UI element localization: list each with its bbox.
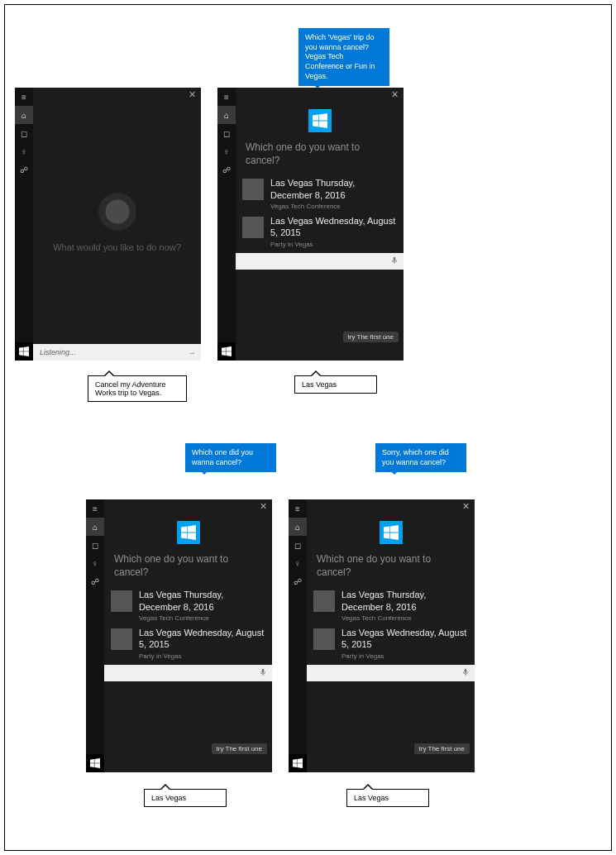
item-title: Las Vegas Thursday, December 8, 2016 [270, 177, 397, 201]
home-icon[interactable]: ⌂ [15, 106, 33, 124]
cortana-sidebar: ≡ ⌂ ◻ ♀ ☍ [15, 88, 33, 361]
windows-icon[interactable] [217, 342, 236, 361]
cortana-sidebar: ≡ ⌂ ◻ ♀ ☍ [217, 88, 236, 361]
close-icon[interactable]: ✕ [391, 90, 399, 99]
search-input[interactable] [312, 668, 456, 678]
user-speech-callout: Cancel my Adventure Works trip to Vegas. [88, 375, 187, 402]
menu-icon[interactable]: ≡ [86, 499, 104, 518]
item-thumb-icon [242, 179, 264, 200]
feedback-icon[interactable]: ☍ [15, 160, 33, 179]
close-icon[interactable]: ✕ [260, 502, 267, 511]
menu-icon[interactable]: ≡ [15, 88, 33, 106]
item-thumb-icon [111, 590, 132, 612]
item-subtitle: Party in Vegas [270, 241, 397, 248]
cortana-speech-bubble: Sorry, which one did you wanna cancel? [375, 443, 466, 472]
user-speech-callout: Las Vegas [144, 789, 227, 807]
microphone-icon[interactable] [390, 256, 399, 266]
app-logo-icon [380, 521, 403, 544]
item-thumb-icon [111, 628, 132, 650]
panel-content: ✕ Which one do you want to cancel? Las V… [236, 88, 404, 361]
result-list: Las Vegas Thursday, December 8, 2016 Veg… [236, 172, 404, 252]
suggestion-chip[interactable]: try The first one [343, 332, 399, 342]
app-logo-icon [177, 521, 200, 544]
disambiguation-question: Which one do you want to cancel? [104, 551, 272, 584]
search-bar[interactable]: → [33, 344, 201, 361]
list-item[interactable]: Las Vegas Wednesday, August 5, 2015Party… [313, 627, 468, 660]
home-icon[interactable]: ⌂ [86, 518, 104, 536]
list-item[interactable]: Las Vegas Wednesday, August 5, 2015 Part… [242, 215, 397, 248]
cortana-orb-icon [98, 193, 136, 231]
arrow-right-icon[interactable]: → [188, 348, 196, 357]
notebook-icon[interactable]: ◻ [15, 124, 33, 142]
item-subtitle: Party in Vegas [341, 652, 468, 660]
bulb-icon[interactable]: ♀ [217, 142, 236, 160]
user-speech-callout: Las Vegas [346, 789, 429, 807]
close-icon[interactable]: ✕ [462, 502, 470, 511]
search-bar[interactable] [104, 665, 272, 681]
item-title: Las Vegas Wednesday, August 5, 2015 [341, 627, 468, 651]
panel-row-2: ≡ ⌂ ◻ ♀ ☍ ✕ Which one do you want to can… [86, 499, 475, 772]
cortana-speech-bubble: Which 'Vegas' trip do you wanna cancel? … [298, 28, 389, 86]
cortana-panel-list: ≡ ⌂ ◻ ♀ ☍ ✕ Which one do you want to can… [86, 499, 272, 772]
user-speech-callout: Las Vegas [294, 375, 377, 394]
notebook-icon[interactable]: ◻ [86, 536, 104, 554]
search-bar[interactable] [236, 253, 404, 270]
suggestion-chip-wrap: try The first one [343, 332, 399, 342]
disambiguation-question: Which one do you want to cancel? [307, 551, 475, 584]
notebook-icon[interactable]: ◻ [289, 536, 307, 554]
search-input[interactable] [38, 347, 183, 357]
bulb-icon[interactable]: ♀ [289, 554, 307, 572]
item-subtitle: Party in Vegas [139, 652, 265, 660]
list-item[interactable]: Las Vegas Wednesday, August 5, 2015Party… [111, 627, 265, 660]
list-item[interactable]: Las Vegas Thursday, December 8, 2016 Veg… [242, 177, 397, 210]
result-list: Las Vegas Thursday, December 8, 2016Vega… [104, 584, 272, 664]
item-thumb-icon [313, 590, 335, 612]
panel-topbar: ✕ [33, 88, 201, 101]
cortana-panel-list: ≡ ⌂ ◻ ♀ ☍ ✕ Which one do you want to can… [217, 88, 404, 361]
list-item[interactable]: Las Vegas Thursday, December 8, 2016Vega… [111, 589, 265, 622]
bulb-icon[interactable]: ♀ [86, 554, 104, 572]
panel-topbar: ✕ [236, 88, 404, 101]
panel-content: ✕ Which one do you want to cancel? Las V… [104, 499, 272, 772]
item-thumb-icon [242, 217, 264, 238]
home-icon[interactable]: ⌂ [217, 106, 236, 124]
item-subtitle: Vegas Tech Conference [341, 614, 468, 622]
search-bar[interactable] [307, 665, 475, 681]
idle-center: What would you like to do now? [33, 101, 201, 344]
app-logo-icon [308, 109, 332, 132]
feedback-icon[interactable]: ☍ [217, 160, 236, 179]
item-subtitle: Vegas Tech Conference [270, 203, 397, 210]
notebook-icon[interactable]: ◻ [217, 124, 236, 142]
panel-content: ✕ What would you like to do now? → [33, 88, 201, 361]
close-icon[interactable]: ✕ [189, 90, 196, 99]
suggestion-chip[interactable]: try The first one [212, 743, 267, 754]
item-title: Las Vegas Wednesday, August 5, 2015 [270, 215, 397, 239]
suggestion-chip[interactable]: try The first one [414, 743, 470, 754]
item-title: Las Vegas Wednesday, August 5, 2015 [139, 627, 265, 651]
item-title: Las Vegas Thursday, December 8, 2016 [139, 589, 265, 613]
cortana-panel-idle: ≡ ⌂ ◻ ♀ ☍ ✕ What would you like to do no… [15, 88, 201, 361]
cortana-panel-list: ≡ ⌂ ◻ ♀ ☍ ✕ Which one do you want to can… [289, 499, 475, 772]
item-title: Las Vegas Thursday, December 8, 2016 [341, 589, 468, 613]
feedback-icon[interactable]: ☍ [289, 572, 307, 590]
item-subtitle: Vegas Tech Conference [139, 614, 265, 622]
panel-content: ✕ Which one do you want to cancel? Las V… [307, 499, 475, 772]
item-thumb-icon [313, 628, 335, 650]
microphone-icon[interactable] [461, 668, 470, 678]
menu-icon[interactable]: ≡ [289, 499, 307, 518]
windows-icon[interactable] [15, 342, 33, 361]
search-input[interactable] [109, 668, 254, 678]
menu-icon[interactable]: ≡ [217, 88, 236, 106]
panel-row-1: ≡ ⌂ ◻ ♀ ☍ ✕ What would you like to do no… [15, 88, 404, 361]
bulb-icon[interactable]: ♀ [15, 142, 33, 160]
search-input[interactable] [241, 256, 385, 266]
windows-icon[interactable] [289, 754, 307, 772]
home-icon[interactable]: ⌂ [289, 518, 307, 536]
feedback-icon[interactable]: ☍ [86, 572, 104, 590]
microphone-icon[interactable] [259, 668, 267, 678]
list-item[interactable]: Las Vegas Thursday, December 8, 2016Vega… [313, 589, 468, 622]
cortana-sidebar: ≡ ⌂ ◻ ♀ ☍ [289, 499, 307, 772]
cortana-speech-bubble: Which one did you wanna cancel? [185, 443, 276, 472]
windows-icon[interactable] [86, 754, 104, 772]
cortana-sidebar: ≡ ⌂ ◻ ♀ ☍ [86, 499, 104, 772]
